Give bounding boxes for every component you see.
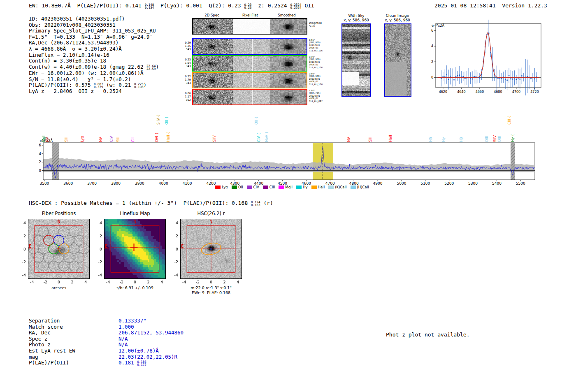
cutout-stat: 0.06	[180, 92, 191, 95]
spectral-line-label: NV	[45, 137, 49, 142]
lineflux-xtick: 0	[131, 280, 139, 284]
cutout-cell-2dspec	[193, 56, 233, 71]
text-segment: RA,Dec (206.871124,53.944893)	[29, 39, 118, 46]
cutout-pixelflat-canvas	[233, 73, 270, 88]
photz-note: Phot z plot not available.	[386, 332, 470, 338]
svg-text:5400: 5400	[492, 181, 502, 186]
fiber-xtick: 0	[55, 280, 63, 284]
cutout-row-info-4: 1.66"(587, 795)20220701v008_07311_RU_087	[309, 89, 329, 102]
stacked-range: 0.2250.198	[134, 83, 144, 88]
stacked-range: 0.1860.175	[137, 360, 146, 366]
stacked-range: 0.230.23	[244, 3, 252, 9]
info-line: P(LAE)/P(OII): 0.575 0.8870.379 (w: 0.21…	[29, 82, 159, 88]
svg-text:0: 0	[431, 76, 433, 79]
legend-item: Lyα	[215, 185, 228, 189]
text-segment: P(LAE)/P(OII): 0.575	[29, 82, 94, 88]
hsc-r-caption: m:22.0 re:1.3" s:0.1"	[173, 285, 249, 290]
text-segment: OII	[302, 2, 314, 9]
hsc-r-xtick: 4	[234, 280, 242, 284]
cutout-row-4	[192, 89, 307, 105]
svg-text:2: 2	[431, 60, 433, 64]
legend-item: Hγ	[296, 185, 307, 189]
fiber-ytick: -4	[19, 273, 26, 277]
info-line: Cont(n) = 3.30(±0.35)e-18	[29, 58, 159, 64]
svg-text:3700: 3700	[87, 181, 97, 186]
text-segment: F=1.5" T=0.13̄3 N=1.13̄ A=0.96̄ g=24.9̄	[29, 34, 150, 40]
legend-swatch	[247, 186, 252, 189]
lineflux-ytick: 4	[95, 220, 102, 225]
cutout-pixelflat-canvas	[233, 56, 270, 71]
info-line: S/N = 11.8(±0.4) χ² = 1.7(±0.2)	[29, 77, 159, 83]
fiber-xtick: -2	[42, 280, 49, 284]
match-value: 0.133337"	[118, 318, 146, 324]
cutout-pixelflat-canvas	[233, 90, 270, 104]
lineflux-xtick: 4	[158, 280, 165, 284]
stacked-range: 0.8870.379	[94, 83, 103, 88]
cutout-cell-2dspec	[193, 73, 233, 88]
compass-n: N	[209, 219, 212, 224]
svg-text:4: 4	[39, 152, 41, 156]
cutout-cell-smoothed	[270, 56, 307, 71]
with-sky-image	[341, 23, 371, 97]
text-segment: S/N = 11.8(±0.4) χ² = 1.7(±0.2)	[29, 76, 131, 82]
legend-swatch	[311, 186, 317, 189]
svg-text:6: 6	[431, 29, 433, 32]
fiber-xtick: 2	[69, 280, 76, 284]
hsc-r-overlay	[180, 219, 242, 279]
legend-label: OII	[238, 185, 243, 189]
text-segment: Cont(w) = 4.40(±0.09)e-18 (gmag 22.62	[29, 64, 146, 70]
lineflux-map-title: Lineflux Map	[104, 211, 166, 216]
lineflux-ytick: 2	[95, 234, 102, 238]
match-value: 1.000	[118, 324, 134, 330]
svg-text:3600: 3600	[63, 181, 73, 186]
svg-text:4: 4	[431, 44, 433, 48]
text-segment: HSC-DEX : Possible Matches = 1 (within +…	[29, 200, 251, 206]
legend-item: (H)CaII	[351, 185, 369, 189]
cutout-stat: 0.23	[180, 58, 191, 61]
lineflux-xtick: -4	[105, 280, 112, 284]
spectral-line-label: NeV {	[265, 131, 269, 142]
cutout-cell-smoothed	[270, 19, 307, 34]
match-label: Photo z	[29, 341, 51, 348]
spectral-line-label: OII {	[254, 116, 258, 125]
cutout-cell-smoothed	[270, 90, 307, 104]
cutout-smoothed-canvas	[270, 39, 307, 54]
spectral-line-label: OII {	[165, 116, 169, 125]
text-segment: Cont(n) = 3.30(±0.35)e-18	[29, 58, 106, 64]
with-sky-title: With Sky	[341, 14, 371, 18]
hsc-r-ytick: 2	[172, 234, 178, 238]
info-line: EWr = 16.00(±2.00) (w: 12.00(±0.86))Å	[29, 70, 159, 77]
lineflux-caption: s/b: 6.91 +/- 0.109	[98, 285, 172, 290]
clean-image	[384, 23, 411, 97]
legend-label: Lyα	[222, 185, 228, 189]
stacked-range: 0.1480.134	[145, 3, 154, 9]
legend-item: OII	[232, 185, 243, 189]
svg-text:4700: 4700	[512, 90, 520, 94]
legend-item: CIII	[263, 185, 275, 189]
fiber-ytick: 4	[19, 220, 26, 225]
text-segment: (r)	[260, 200, 273, 206]
info-line: F=1.5" T=0.13̄3 N=1.13̄ A=0.96̄ g=24.9̄	[29, 34, 159, 40]
hsc-r-ytick: 4	[172, 220, 178, 225]
cutout-stat: 0.29	[180, 41, 191, 44]
cutout-row-info-0: WeightedSum	[309, 22, 329, 28]
line-fit-plot: 4620464046604680470047200246	[426, 19, 546, 97]
spectral-line-label: NV	[99, 137, 103, 142]
text-segment: LineFlux = 2.10(±0.14)e-16	[29, 52, 109, 58]
svg-text:4640: 4640	[457, 90, 465, 94]
svg-text:3800: 3800	[111, 181, 121, 186]
info-line: λ = 4668.86Å σ = 3.20(±0.24)Å	[29, 46, 159, 52]
spectral-line-label: HeII	[388, 135, 393, 142]
info-line: RA,Dec (206.871124,53.944893)	[29, 40, 159, 46]
cutout-stat: 1.79	[180, 78, 191, 81]
match-value: 206.871152, 53.944860	[118, 329, 183, 336]
with-sky-canvas	[342, 24, 370, 96]
cutout-pixelflat-canvas	[233, 39, 270, 54]
match-label: Match score	[29, 324, 63, 330]
legend-swatch	[215, 186, 221, 189]
svg-text:5500: 5500	[516, 181, 525, 186]
spectral-line-label: CIII {	[507, 116, 511, 125]
legend-item: CIV	[247, 185, 259, 189]
spectral-line-label: HeII {	[166, 132, 170, 142]
col-header-smoothed: Smoothed	[274, 13, 299, 17]
